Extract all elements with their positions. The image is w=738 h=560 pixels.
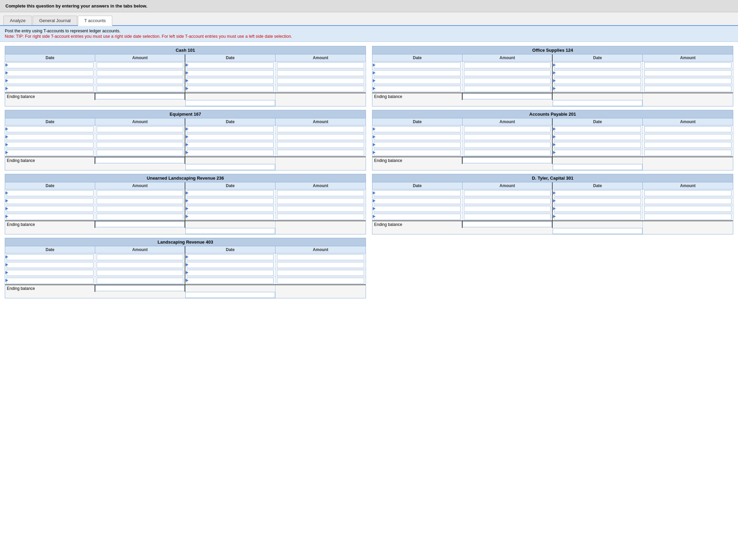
amount-input[interactable]: [277, 70, 364, 76]
ending-balance-right-input[interactable]: [553, 100, 642, 106]
amount-input[interactable]: [644, 198, 732, 204]
amount-input[interactable]: [97, 70, 183, 76]
amount-input[interactable]: [277, 142, 364, 148]
date-input[interactable]: [6, 190, 94, 196]
date-input[interactable]: [374, 206, 461, 212]
amount-input[interactable]: [464, 78, 551, 84]
amount-input[interactable]: [464, 62, 551, 68]
amount-input[interactable]: [464, 214, 551, 220]
amount-input[interactable]: [644, 126, 732, 132]
date-input[interactable]: [374, 86, 461, 92]
ending-balance-right-input[interactable]: [185, 292, 275, 298]
amount-input[interactable]: [277, 134, 364, 140]
date-input[interactable]: [374, 134, 461, 140]
date-input[interactable]: [374, 198, 461, 204]
date-input[interactable]: [187, 270, 274, 276]
amount-input[interactable]: [97, 262, 183, 268]
date-input[interactable]: [374, 126, 461, 132]
amount-input[interactable]: [464, 150, 551, 156]
amount-input[interactable]: [97, 134, 183, 140]
date-input[interactable]: [6, 134, 94, 140]
amount-input[interactable]: [97, 254, 183, 260]
amount-input[interactable]: [97, 190, 183, 196]
date-input[interactable]: [554, 214, 641, 220]
amount-input[interactable]: [97, 142, 183, 148]
ending-balance-right-input[interactable]: [553, 164, 642, 170]
date-input[interactable]: [554, 142, 641, 148]
date-input[interactable]: [554, 150, 641, 156]
date-input[interactable]: [554, 70, 641, 76]
amount-input[interactable]: [464, 190, 551, 196]
date-input[interactable]: [187, 70, 274, 76]
ending-balance-input[interactable]: [95, 221, 185, 227]
amount-input[interactable]: [97, 278, 183, 284]
date-input[interactable]: [187, 262, 274, 268]
date-input[interactable]: [554, 190, 641, 196]
date-input[interactable]: [6, 270, 94, 276]
date-input[interactable]: [187, 78, 274, 84]
date-input[interactable]: [6, 62, 94, 68]
amount-input[interactable]: [277, 78, 364, 84]
ending-balance-right-input[interactable]: [185, 100, 275, 106]
date-input[interactable]: [554, 134, 641, 140]
ending-balance-input[interactable]: [463, 157, 552, 163]
ending-balance-right-input[interactable]: [185, 228, 275, 234]
date-input[interactable]: [554, 78, 641, 84]
amount-input[interactable]: [464, 134, 551, 140]
date-input[interactable]: [6, 86, 94, 92]
date-input[interactable]: [6, 142, 94, 148]
date-input[interactable]: [187, 150, 274, 156]
amount-input[interactable]: [97, 150, 183, 156]
amount-input[interactable]: [644, 142, 732, 148]
date-input[interactable]: [374, 62, 461, 68]
amount-input[interactable]: [277, 270, 364, 276]
amount-input[interactable]: [644, 86, 732, 92]
amount-input[interactable]: [644, 134, 732, 140]
date-input[interactable]: [6, 262, 94, 268]
date-input[interactable]: [6, 206, 94, 212]
date-input[interactable]: [187, 254, 274, 260]
amount-input[interactable]: [277, 126, 364, 132]
amount-input[interactable]: [97, 206, 183, 212]
amount-input[interactable]: [277, 278, 364, 284]
amount-input[interactable]: [464, 198, 551, 204]
ending-balance-input[interactable]: [95, 157, 185, 163]
date-input[interactable]: [374, 142, 461, 148]
amount-input[interactable]: [97, 126, 183, 132]
date-input[interactable]: [187, 278, 274, 284]
amount-input[interactable]: [97, 198, 183, 204]
amount-input[interactable]: [644, 206, 732, 212]
amount-input[interactable]: [97, 270, 183, 276]
date-input[interactable]: [187, 198, 274, 204]
amount-input[interactable]: [464, 142, 551, 148]
date-input[interactable]: [6, 150, 94, 156]
amount-input[interactable]: [277, 254, 364, 260]
amount-input[interactable]: [277, 62, 364, 68]
amount-input[interactable]: [277, 206, 364, 212]
tab-general-journal[interactable]: General Journal: [33, 16, 77, 25]
date-input[interactable]: [6, 278, 94, 284]
date-input[interactable]: [6, 254, 94, 260]
amount-input[interactable]: [644, 150, 732, 156]
date-input[interactable]: [374, 78, 461, 84]
date-input[interactable]: [187, 62, 274, 68]
amount-input[interactable]: [277, 190, 364, 196]
amount-input[interactable]: [464, 70, 551, 76]
date-input[interactable]: [374, 190, 461, 196]
date-input[interactable]: [554, 86, 641, 92]
amount-input[interactable]: [644, 70, 732, 76]
ending-balance-right-input[interactable]: [553, 228, 642, 234]
date-input[interactable]: [374, 70, 461, 76]
date-input[interactable]: [6, 78, 94, 84]
amount-input[interactable]: [277, 262, 364, 268]
date-input[interactable]: [187, 206, 274, 212]
amount-input[interactable]: [464, 126, 551, 132]
date-input[interactable]: [6, 126, 94, 132]
amount-input[interactable]: [277, 150, 364, 156]
date-input[interactable]: [554, 206, 641, 212]
amount-input[interactable]: [464, 206, 551, 212]
date-input[interactable]: [6, 198, 94, 204]
date-input[interactable]: [554, 62, 641, 68]
amount-input[interactable]: [97, 86, 183, 92]
date-input[interactable]: [187, 142, 274, 148]
